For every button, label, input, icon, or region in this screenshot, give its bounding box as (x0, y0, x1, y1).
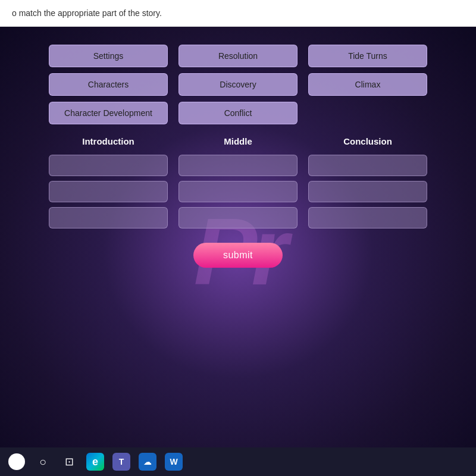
search-icon: ○ (39, 455, 46, 469)
drag-item-settings[interactable]: Settings (49, 45, 168, 67)
drop-zones: Introduction Middle Conclusion (12, 136, 464, 228)
drag-item-resolution[interactable]: Resolution (178, 45, 298, 67)
middle-slot-1[interactable] (178, 155, 298, 176)
conclusion-label: Conclusion (343, 136, 392, 146)
drag-item-discovery[interactable]: Discovery (178, 73, 298, 96)
introduction-label: Introduction (82, 136, 134, 146)
middle-slot-2[interactable] (178, 181, 298, 202)
edge-browser-button[interactable]: e (84, 451, 106, 472)
drag-column-1: Settings Characters Character Developmen… (49, 45, 168, 124)
teams-icon: T (112, 453, 130, 471)
drag-item-character-development[interactable]: Character Development (49, 102, 168, 124)
main-content: Pr Settings Characters Character Develop… (0, 27, 476, 476)
introduction-slot-2[interactable] (49, 181, 168, 202)
drop-column-introduction: Introduction (49, 136, 168, 228)
conclusion-slot-1[interactable] (308, 155, 427, 176)
search-button[interactable]: ○ (32, 451, 54, 472)
instruction-text: o match the appropriate part of the stor… (12, 8, 162, 18)
conclusion-slot-3[interactable] (308, 207, 427, 228)
conclusion-slot-2[interactable] (308, 181, 427, 202)
word-button[interactable]: W (163, 451, 184, 472)
drag-item-conflict[interactable]: Conflict (178, 102, 298, 124)
middle-slot-3[interactable] (178, 207, 298, 228)
task-view-icon: ⊡ (65, 455, 74, 468)
drag-item-climax[interactable]: Climax (308, 73, 427, 96)
introduction-slot-1[interactable] (49, 155, 168, 176)
drag-item-tide-turns[interactable]: Tide Turns (308, 45, 427, 67)
drag-column-2: Resolution Discovery Conflict (178, 45, 298, 124)
taskbar: ⊞ ○ ⊡ e T ☁ W (0, 447, 476, 476)
word-icon: W (165, 453, 183, 471)
edge-icon: e (86, 453, 104, 471)
start-button[interactable]: ⊞ (6, 451, 27, 472)
blue-app-icon: ☁ (139, 453, 156, 471)
task-view-button[interactable]: ⊡ (58, 451, 80, 472)
drop-column-middle: Middle (178, 136, 298, 228)
drag-column-3: Tide Turns Climax (308, 45, 427, 124)
drop-column-conclusion: Conclusion (308, 136, 427, 228)
blue-app-button[interactable]: ☁ (137, 451, 158, 472)
drag-item-characters[interactable]: Characters (49, 73, 168, 96)
start-icon: ⊞ (8, 453, 25, 470)
teams-button[interactable]: T (111, 451, 132, 472)
introduction-slot-3[interactable] (49, 207, 168, 228)
submit-button[interactable]: submit (193, 243, 283, 268)
middle-label: Middle (224, 136, 252, 146)
drag-area: Settings Characters Character Developmen… (12, 45, 464, 124)
instruction-bar: o match the appropriate part of the stor… (0, 0, 476, 27)
